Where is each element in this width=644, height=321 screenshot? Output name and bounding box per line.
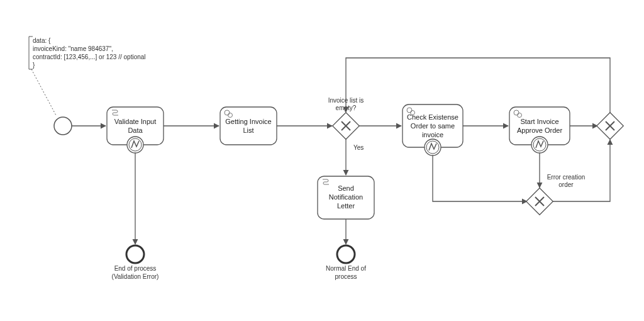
annotation-line: data: {	[33, 37, 51, 44]
end-event-validation-error[interactable]: End of process (Validation Error)	[112, 245, 159, 280]
annotation-line: contractId: [123,456,...] or 123 // opti…	[33, 54, 146, 60]
svg-point-4	[126, 245, 144, 263]
task-validate-input-data[interactable]: Validate Input Data	[107, 107, 164, 153]
bpmn-diagram: data: { invoiceKind: "name 984637", cont…	[0, 0, 644, 321]
task-label: Send	[338, 184, 354, 192]
annotation-line: invoiceKind: "name 984637",	[33, 45, 113, 52]
end-event-normal[interactable]: Normal End of process	[326, 245, 366, 280]
task-label: List	[243, 127, 253, 134]
gateway-error-converge[interactable]	[526, 188, 553, 215]
gateway-label: order	[558, 181, 574, 188]
end-label: (Validation Error)	[112, 273, 159, 280]
task-label: Letter	[337, 202, 355, 210]
task-label: invoice	[422, 131, 443, 138]
task-check-existense-order[interactable]: Check Existense Order to same invoice	[402, 104, 463, 155]
annotation-line: }	[33, 62, 35, 69]
flow	[553, 140, 610, 201]
end-label: Normal End of	[326, 265, 366, 272]
flow	[433, 155, 527, 201]
task-label: Validate Input	[114, 118, 156, 125]
data-annotation: data: { invoiceKind: "name 984637", cont…	[29, 37, 146, 116]
svg-rect-5	[220, 107, 277, 145]
task-label: Order to same	[411, 122, 455, 130]
end-label: process	[335, 273, 357, 280]
gateway-label: Error creation	[547, 174, 586, 181]
end-label: End of process	[114, 265, 157, 272]
svg-point-10	[337, 245, 355, 263]
boundary-event-icon[interactable]	[127, 137, 143, 153]
boundary-event-icon[interactable]	[425, 139, 441, 155]
task-label: Check Existense	[407, 113, 458, 121]
task-label: Approve Order	[517, 127, 562, 134]
task-start-invoice-approve-order[interactable]: Start Invoice Approve Order	[509, 107, 570, 153]
flow	[346, 58, 610, 113]
task-getting-invoice-list[interactable]: Getting Invoice List	[220, 107, 277, 145]
task-label: Getting Invoice	[225, 118, 271, 125]
svg-point-0	[54, 117, 72, 135]
flow-label-yes: Yes	[353, 144, 364, 151]
task-label: Notification	[329, 193, 363, 201]
start-event[interactable]	[54, 117, 72, 135]
task-send-notification-letter[interactable]: Send Notification Letter	[318, 176, 374, 219]
task-label: Start Invoice	[520, 118, 558, 125]
boundary-event-icon[interactable]	[531, 137, 548, 153]
gateway-converge[interactable]	[597, 113, 623, 139]
task-label: Data	[128, 127, 143, 134]
